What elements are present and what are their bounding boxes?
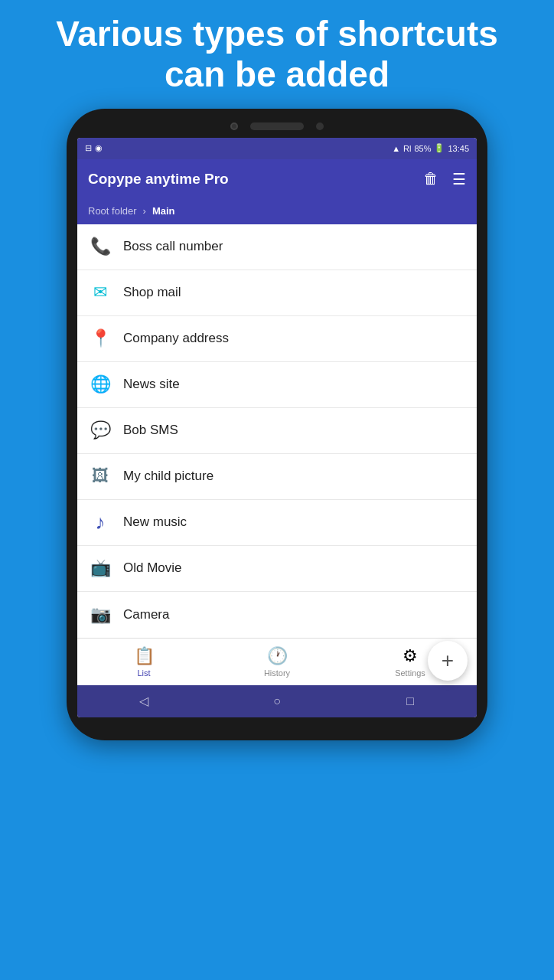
breadcrumb-root[interactable]: Root folder xyxy=(88,205,137,217)
items-list: 📞 Boss call number ✉ Shop mail 📍 Company… xyxy=(77,224,477,638)
history-nav-label: History xyxy=(264,668,290,678)
list-item-bob-sms[interactable]: 💬 Bob SMS xyxy=(77,408,477,454)
company-address-label: Company address xyxy=(123,331,229,346)
bottom-navigation: 📋 List 🕐 History ⚙ Settings xyxy=(77,638,477,685)
battery-percent: 85% xyxy=(414,144,431,153)
speaker xyxy=(250,122,304,130)
clock: 13:45 xyxy=(448,144,469,153)
nav-list[interactable]: 📋 List xyxy=(77,639,210,685)
list-nav-label: List xyxy=(137,668,150,678)
list-item-my-child-picture[interactable]: 🖼 My child picture xyxy=(77,454,477,500)
picture-icon: 🖼 xyxy=(88,464,112,488)
list-item-new-music[interactable]: ♪ New music xyxy=(77,500,477,546)
sync-icon: ◉ xyxy=(95,143,103,153)
breadcrumb-arrow: › xyxy=(143,205,146,217)
phone-icon: 📞 xyxy=(88,234,112,259)
home-button[interactable]: ○ xyxy=(262,686,292,717)
my-child-picture-label: My child picture xyxy=(123,469,213,484)
delete-icon[interactable]: 🗑 xyxy=(423,170,438,188)
front-camera xyxy=(230,122,238,130)
status-bar: ⊟ ◉ ▲ Rl 85% 🔋 13:45 xyxy=(77,138,477,159)
mail-icon: ✉ xyxy=(88,280,112,305)
globe-icon: 🌐 xyxy=(88,372,112,397)
android-navigation-bar: ◁ ○ □ xyxy=(77,685,477,717)
phone-bottom-bar xyxy=(77,717,477,730)
shop-mail-label: Shop mail xyxy=(123,285,181,300)
wifi-icon: ▲ xyxy=(392,144,400,153)
list-item-old-movie[interactable]: 📺 Old Movie xyxy=(77,546,477,592)
notification-icon: ⊟ xyxy=(85,143,92,153)
history-nav-icon: 🕐 xyxy=(267,646,288,666)
list-item-boss-call[interactable]: 📞 Boss call number xyxy=(77,224,477,270)
news-site-label: News site xyxy=(123,377,180,392)
list-item-company-address[interactable]: 📍 Company address xyxy=(77,316,477,362)
app-bar: Copype anytime Pro 🗑 ☰ xyxy=(77,159,477,199)
app-title: Copype anytime Pro xyxy=(88,171,229,188)
settings-nav-label: Settings xyxy=(395,668,425,678)
menu-icon[interactable]: ☰ xyxy=(452,170,466,188)
phone-frame: ⊟ ◉ ▲ Rl 85% 🔋 13:45 Copype anytime Pro … xyxy=(67,109,487,740)
music-icon: ♪ xyxy=(88,510,112,534)
back-button[interactable]: ◁ xyxy=(129,686,159,717)
sensor xyxy=(316,122,324,130)
boss-call-label: Boss call number xyxy=(123,239,223,254)
sms-icon: 💬 xyxy=(88,418,112,443)
breadcrumb: Root folder › Main xyxy=(77,199,477,224)
list-item-news-site[interactable]: 🌐 News site xyxy=(77,362,477,408)
list-item-shop-mail[interactable]: ✉ Shop mail xyxy=(77,270,477,316)
camera-icon: 📷 xyxy=(88,603,112,627)
camera-label: Camera xyxy=(123,607,169,622)
list-item-camera[interactable]: 📷 Camera xyxy=(77,592,477,638)
bob-sms-label: Bob SMS xyxy=(123,423,178,438)
phone-screen: ⊟ ◉ ▲ Rl 85% 🔋 13:45 Copype anytime Pro … xyxy=(77,138,477,717)
headline: Various types of shortcuts can be added xyxy=(0,0,554,103)
app-bar-actions: 🗑 ☰ xyxy=(423,170,466,188)
nav-history[interactable]: 🕐 History xyxy=(210,639,344,685)
signal-icon: Rl xyxy=(403,144,411,153)
video-icon: 📺 xyxy=(88,556,112,580)
old-movie-label: Old Movie xyxy=(123,560,182,576)
settings-nav-icon: ⚙ xyxy=(402,646,418,666)
battery-icon: 🔋 xyxy=(434,143,445,153)
list-nav-icon: 📋 xyxy=(134,646,155,666)
recents-button[interactable]: □ xyxy=(395,686,425,717)
breadcrumb-current: Main xyxy=(152,205,175,217)
new-music-label: New music xyxy=(123,514,187,530)
location-icon: 📍 xyxy=(88,326,112,351)
fab-add-button[interactable]: + xyxy=(428,641,468,681)
